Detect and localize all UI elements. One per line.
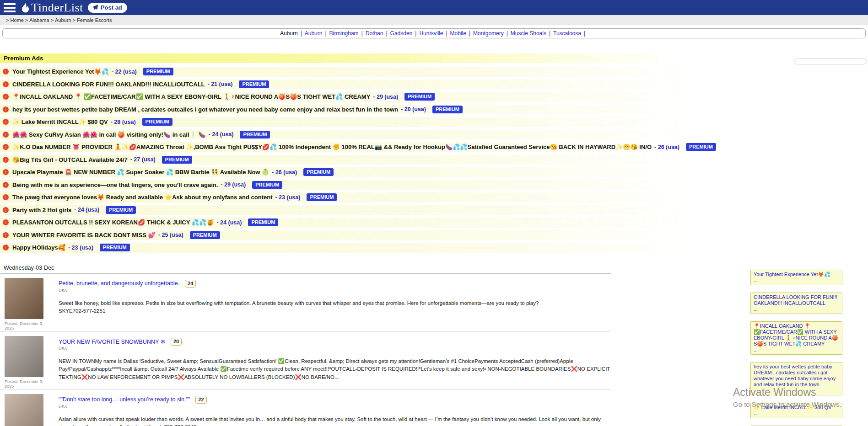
sidebar-ad-box[interactable]: ✨ Lake Merritt INCALL✨ $80 QV ... bbox=[750, 403, 842, 418]
listing-age-badge: 24 bbox=[185, 280, 196, 288]
sidebar-ad-box[interactable]: CINDERELLA LOOKING FOR FUN!!! OAKLAND!!!… bbox=[750, 293, 842, 314]
listing-photo[interactable] bbox=[5, 394, 43, 426]
premium-ad-title-link[interactable]: YOUR WINTER FAVORITE IS BACK DONT MISS 💕 bbox=[12, 232, 156, 239]
premium-badge: PREMIUM bbox=[239, 80, 269, 88]
city-link[interactable]: Dothan bbox=[366, 30, 383, 37]
premium-badge: PREMIUM bbox=[404, 93, 435, 101]
sidebar-ad-title[interactable]: ✨ Lake Merritt INCALL✨ $80 QV bbox=[754, 405, 839, 410]
premium-ad-row: ↑ ✨K.O Daa NUMBER 👅 PROVIDER 🧘✨💋AMAZING … bbox=[0, 142, 868, 152]
premium-ad-row: ↑ Happy HOlidays🥰 - 23 (usa) PREMIUM bbox=[0, 243, 868, 253]
sidebar-ad-title[interactable]: hey its your best wettes petite baby DRE… bbox=[754, 364, 839, 388]
premium-ad-title-link[interactable]: ✨K.O Daa NUMBER 👅 PROVIDER 🧘✨💋AMAZING Th… bbox=[12, 144, 652, 150]
premium-ad-title-link[interactable]: Your Tightest Experience Yet🦊💦 bbox=[12, 68, 109, 75]
listing-photo[interactable] bbox=[5, 336, 43, 377]
up-arrow-icon: ↑ bbox=[3, 169, 9, 175]
city-link[interactable]: Montgomery bbox=[473, 30, 504, 37]
city-link[interactable]: Tuscaloosa bbox=[553, 30, 581, 37]
flame-icon bbox=[20, 2, 30, 13]
site-title: TinderList bbox=[31, 1, 83, 15]
premium-badge: PREMIUM bbox=[100, 244, 130, 251]
breadcrumb-link[interactable]: Home bbox=[10, 17, 23, 23]
listing-title-link[interactable]: Petite, brunette, and dangerously unforg… bbox=[59, 280, 179, 287]
listing-title-link[interactable]: ""Don’t stare too long… unless you’re re… bbox=[59, 396, 190, 403]
city-separator: | bbox=[549, 30, 550, 37]
premium-ad-age-region: - 23 (usa) bbox=[275, 194, 300, 201]
listing-description: Asian allure with curves that speak loud… bbox=[59, 415, 611, 426]
sidebar-ad-box[interactable]: 📍INCALL OAKLAND 📍 ✅FACETIME/CAR✅ WITH A … bbox=[750, 321, 842, 355]
premium-badge: PREMIUM bbox=[142, 118, 173, 126]
premium-ad-title-link[interactable]: The pawg that everyone loves🦊 Ready and … bbox=[12, 194, 272, 201]
up-arrow-icon: ↑ bbox=[3, 207, 9, 213]
city-link[interactable]: Auburn bbox=[305, 30, 323, 37]
sidebar-ad-title[interactable]: 📍INCALL OAKLAND 📍 ✅FACETIME/CAR✅ WITH A … bbox=[754, 323, 839, 347]
sidebar-ad-title[interactable]: Your Tightest Experience Yet🦊💦 bbox=[754, 272, 839, 277]
mini-input[interactable] bbox=[794, 59, 867, 64]
premium-ad-title-link[interactable]: Happy HOlidays🥰 bbox=[12, 244, 65, 251]
breadcrumb-link[interactable]: Alabama bbox=[29, 17, 49, 23]
up-arrow-icon: ↑ bbox=[3, 69, 9, 75]
premium-ad-title-link[interactable]: CINDERELLA LOOKING FOR FUN!!! OAKLAND!!!… bbox=[12, 81, 205, 88]
premium-badge: PREMIUM bbox=[303, 168, 334, 176]
sidebar-ad-box[interactable]: hey its your best wettes petite baby DRE… bbox=[750, 362, 842, 395]
premium-ad-row: ↑ Upscale Playmate 🚨 NEW NUMBER 💦 Super … bbox=[0, 167, 868, 177]
listing-country: USA bbox=[59, 346, 611, 351]
premium-ad-row: ↑ Party with 2 Hot girls - 24 (usa) PREM… bbox=[0, 205, 868, 215]
breadcrumb-link[interactable]: Auburn bbox=[55, 17, 71, 23]
current-city: Auburn bbox=[280, 30, 298, 37]
city-link[interactable]: Mobile bbox=[450, 30, 466, 37]
premium-badge: PREMIUM bbox=[307, 193, 337, 201]
city-separator: | bbox=[469, 30, 470, 37]
hamburger-menu-icon[interactable] bbox=[4, 3, 16, 12]
sidebar-ad-title[interactable]: CINDERELLA LOOKING FOR FUN!!! OAKLAND!!!… bbox=[754, 294, 839, 306]
premium-ad-title-link[interactable]: Party with 2 Hot girls bbox=[12, 207, 71, 213]
premium-ad-title-link[interactable]: PLEASANTON OUTCALLS !! SEXY KOREAN💋 THIC… bbox=[12, 219, 214, 226]
sidebar-ad-box[interactable]: Your Tightest Experience Yet🦊💦 ... bbox=[750, 270, 842, 285]
up-arrow-icon: ↑ bbox=[3, 106, 9, 112]
sidebar-ad-more: ... bbox=[754, 277, 839, 283]
premium-ad-age-region: - 24 (usa) bbox=[216, 219, 242, 226]
breadcrumb-link[interactable]: Female Escorts bbox=[77, 17, 112, 23]
premium-ad-title-link[interactable]: ✨ Lake Merritt INCALL✨ $80 QV bbox=[12, 118, 108, 125]
city-link[interactable]: Gadsden bbox=[390, 30, 413, 37]
premium-ad-title-link[interactable]: Being with me is an experience—one that … bbox=[12, 181, 218, 188]
city-link[interactable]: Muscle Shoals bbox=[511, 30, 546, 37]
premium-ad-row: ↑ Being with me is an experience—one tha… bbox=[0, 180, 868, 190]
listing-title-link[interactable]: YOUR NEW FAVORITE SNOWBUNNY ❄ bbox=[59, 338, 165, 345]
site-logo[interactable]: TinderList bbox=[20, 1, 83, 15]
premium-ad-title-link[interactable]: hey its your best wettes petite baby DRE… bbox=[12, 106, 398, 113]
listing-content: YOUR NEW FAVORITE SNOWBUNNY ❄ 20 USA NEW… bbox=[59, 336, 611, 389]
sidebar-ad-more: ... bbox=[754, 388, 839, 394]
premium-ad-row: ↑ hey its your best wettes petite baby D… bbox=[0, 105, 868, 115]
city-links-bar: Auburn | Auburn | Birmingham | Dothan | … bbox=[2, 28, 866, 38]
city-separator: | bbox=[415, 30, 416, 37]
post-ad-button[interactable]: Post ad bbox=[88, 3, 127, 13]
up-arrow-icon: ↑ bbox=[3, 119, 9, 125]
listing-photo[interactable] bbox=[5, 278, 43, 319]
premium-ad-age-region: - 24 (usa) bbox=[209, 131, 234, 138]
premium-sidebar: Your Tightest Experience Yet🦊💦 ... CINDE… bbox=[750, 270, 842, 426]
up-arrow-icon: ↑ bbox=[3, 132, 9, 138]
premium-ad-title-link[interactable]: 😘Big Tits Girl - OUTCALL Available 24/7 bbox=[12, 156, 128, 163]
breadcrumb-separator: > bbox=[51, 17, 54, 23]
premium-ad-age-region: - 21 (usa) bbox=[208, 81, 233, 87]
breadcrumb-separator: > bbox=[6, 17, 9, 23]
premium-ad-title-link[interactable]: 📍INCALL OAKLAND 📍 ✅FACETIME/CAR✅ WITH A … bbox=[12, 93, 370, 100]
top-bar: TinderList Post ad bbox=[0, 0, 868, 15]
premium-badge: PREMIUM bbox=[162, 156, 192, 164]
city-separator: | bbox=[301, 30, 302, 37]
premium-ad-title-link[interactable]: 🌺🌺 Sexy CuRvy Asian 🌺🌺 in call 🍑 visitin… bbox=[12, 131, 206, 138]
premium-badge: PREMIUM bbox=[143, 68, 173, 75]
premium-ad-row: ↑ YOUR WINTER FAVORITE IS BACK DONT MISS… bbox=[0, 230, 868, 240]
listing-posted-date: Posted: December 3, 2025 bbox=[5, 321, 50, 330]
city-separator: | bbox=[446, 30, 447, 37]
city-link[interactable]: Birmingham bbox=[329, 30, 359, 37]
city-link[interactable]: Huntsville bbox=[419, 30, 443, 37]
listing-title-row: ""Don’t stare too long… unless you’re re… bbox=[59, 396, 611, 404]
listing-country: USA bbox=[59, 405, 611, 409]
premium-ad-title-link[interactable]: Upscale Playmate 🚨 NEW NUMBER 💦 Super So… bbox=[12, 169, 269, 176]
breadcrumb-separator: > bbox=[25, 17, 28, 23]
up-arrow-icon: ↑ bbox=[3, 144, 9, 150]
premium-badge: PREMIUM bbox=[252, 181, 282, 189]
premium-ads-section: Premium Ads ↑ Your Tightest Experience Y… bbox=[0, 53, 868, 253]
listing-left-column: Posted: December 3, 2025 bbox=[5, 394, 50, 426]
